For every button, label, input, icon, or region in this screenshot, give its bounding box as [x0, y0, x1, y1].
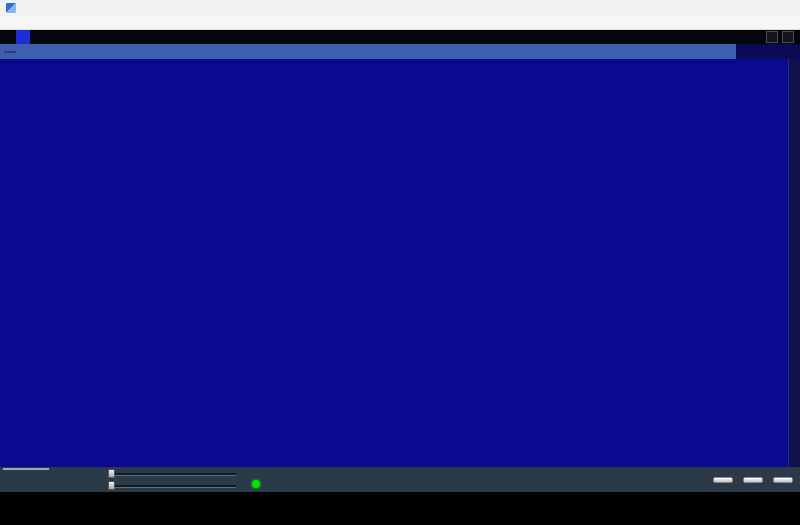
maximize-icon[interactable]: [758, 0, 778, 16]
slider-group: [108, 468, 243, 491]
status-row: [0, 30, 800, 44]
sensitivity-groove: [108, 473, 236, 476]
waterfall-area: [0, 59, 800, 467]
visual-gain-title: [3, 468, 49, 470]
peak-readout: [782, 31, 794, 43]
sensitivity-thumb[interactable]: [108, 469, 115, 478]
exit-button[interactable]: [773, 477, 793, 483]
contrast-thumb[interactable]: [108, 481, 115, 490]
close-icon[interactable]: [778, 0, 798, 16]
visual-gain-group: [3, 468, 99, 491]
waterfall-display[interactable]: [0, 59, 788, 467]
control-bar: [0, 467, 800, 492]
contrast-groove: [108, 485, 236, 488]
frequency-marker: [789, 130, 800, 167]
sensitivity-slider[interactable]: [108, 469, 236, 478]
menu-bar: [0, 16, 800, 30]
app-icon: [6, 3, 16, 13]
mode-row: [0, 44, 800, 59]
band-indicator-strip: [788, 59, 800, 467]
scale-header: [736, 44, 800, 59]
window-controls: [738, 0, 798, 16]
info-group: [273, 468, 301, 491]
spectrum-button[interactable]: [713, 477, 733, 483]
contrast-slider[interactable]: [108, 481, 236, 490]
minimize-icon[interactable]: [738, 0, 758, 16]
title-bar: [0, 0, 800, 16]
filename-bar: [0, 492, 800, 525]
mode-indicator: [4, 51, 16, 53]
capture-on-indicator-icon: [252, 480, 260, 488]
capture-group: [252, 468, 264, 491]
callsign-badge: [16, 30, 30, 44]
stop-button[interactable]: [743, 477, 763, 483]
argo-window: [0, 0, 800, 525]
button-group: [713, 468, 793, 491]
freq-readout: [766, 31, 778, 43]
